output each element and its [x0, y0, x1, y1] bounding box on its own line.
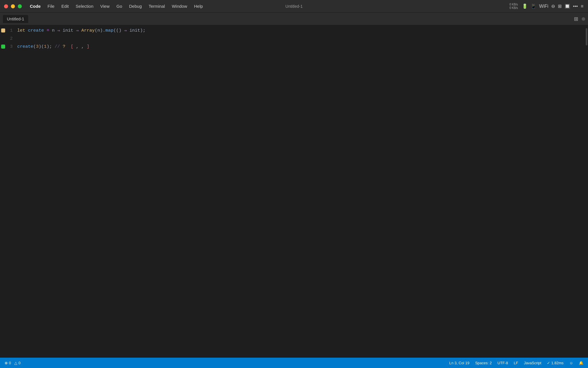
- wifi-icon: WiFi: [539, 4, 548, 9]
- statusbar-left: ⊗ 0 △ 0: [5, 361, 20, 365]
- paren-close5: ): [47, 44, 49, 49]
- tab-title: Untitled-1: [7, 17, 24, 21]
- line-number-2: 2: [0, 34, 17, 43]
- editor-container: Untitled-1 ⊞ 1 2 3: [0, 13, 588, 358]
- eol[interactable]: LF: [514, 361, 518, 365]
- indentation[interactable]: Spaces: 2: [475, 361, 492, 365]
- battery-icon: 🔋: [522, 3, 528, 9]
- num-3: 3: [36, 44, 38, 49]
- system-icons: 🔋 📱 WiFi ⊖ ⊞ 🔲 ••• ≡: [522, 3, 583, 9]
- finder-icon: 🔲: [564, 3, 570, 9]
- line-gutter: 1 2 3: [0, 25, 17, 358]
- menu-file[interactable]: File: [45, 3, 57, 10]
- paren-open1: (: [95, 28, 97, 33]
- comma2: ,: [81, 44, 87, 49]
- comment-question: ?: [63, 44, 65, 49]
- dot-icon: [582, 17, 585, 21]
- semi2: ;: [49, 44, 52, 49]
- paren-open4: (: [33, 44, 36, 49]
- op-eq: =: [44, 28, 52, 33]
- editor-tab[interactable]: Untitled-1: [3, 15, 28, 23]
- menu-terminal[interactable]: Terminal: [146, 3, 168, 10]
- encoding[interactable]: UTF-8: [498, 361, 508, 365]
- menu-code[interactable]: Code: [27, 3, 44, 10]
- method-map: map: [105, 28, 113, 33]
- code-line-1: let create = n ⇒ init ⇒ Array ( n ) . ma…: [17, 26, 584, 34]
- menu-items: Code File Edit Selection View Go Debug T…: [26, 3, 206, 10]
- maximize-button[interactable]: [18, 4, 22, 8]
- scrollbar-track[interactable]: [584, 25, 588, 358]
- op-arrow3: ⇒: [121, 28, 129, 33]
- airplay-icon: ⊖: [551, 3, 555, 9]
- tab-bar: Untitled-1 ⊞: [0, 13, 588, 25]
- traffic-lights: [0, 0, 26, 13]
- cast-icon: ⊞: [558, 3, 562, 9]
- feedback-icon[interactable]: ☺: [569, 361, 573, 365]
- code-editor[interactable]: let create = n ⇒ init ⇒ Array ( n ) . ma…: [17, 25, 584, 358]
- menu-view[interactable]: View: [97, 3, 112, 10]
- list-icon: ≡: [581, 4, 583, 9]
- window-title: Untitled-1: [285, 4, 303, 9]
- paren-open2: (: [113, 28, 116, 33]
- paren-open3: (): [116, 28, 121, 33]
- bracket-open: [: [71, 44, 73, 49]
- phone-icon: 📱: [531, 3, 536, 9]
- comment-space: [65, 44, 71, 49]
- menu-selection[interactable]: Selection: [73, 3, 96, 10]
- titlebar-right: 0 KB/s 0 KB/s 🔋 📱 WiFi ⊖ ⊞ 🔲 ••• ≡: [509, 3, 588, 10]
- menu-go[interactable]: Go: [114, 3, 125, 10]
- more-icon: •••: [573, 4, 578, 9]
- param-init1: init: [63, 28, 73, 33]
- return-init: init: [129, 28, 140, 33]
- minimize-button[interactable]: [11, 4, 15, 8]
- num-1: 1: [44, 44, 47, 49]
- cursor-position[interactable]: Ln 3, Col 19: [449, 361, 469, 365]
- var-create: create: [28, 28, 44, 33]
- semi1: ;: [143, 28, 145, 33]
- line-indicator-1: [1, 28, 5, 32]
- param-n: n: [52, 28, 55, 33]
- menu-help[interactable]: Help: [191, 3, 206, 10]
- arg-n: n: [97, 28, 100, 33]
- paren-close1: ): [100, 28, 102, 33]
- builtin-array: Array: [81, 28, 95, 33]
- editor-content[interactable]: 1 2 3 let create = n ⇒ init ⇒: [0, 25, 588, 358]
- line-number-3: 3: [0, 43, 17, 51]
- code-line-3: create ( 3 ) ( 1 ) ; // ? [ , , ]: [17, 43, 584, 51]
- keyword-let: let: [17, 28, 28, 33]
- paren-open5: (: [41, 44, 44, 49]
- comment-start: //: [52, 44, 63, 49]
- call-create: create: [17, 44, 33, 49]
- paren-close2: ): [140, 28, 143, 33]
- statusbar-right: Ln 3, Col 19 Spaces: 2 UTF-8 LF JavaScri…: [449, 361, 583, 365]
- dot1: .: [103, 28, 105, 33]
- comma1: ,: [73, 44, 81, 49]
- op-arrow1: ⇒: [55, 28, 63, 33]
- timing: ✓ 1.82ms: [547, 361, 563, 365]
- warning-number: 0: [18, 361, 20, 365]
- menu-bar: Code File Edit Selection View Go Debug T…: [0, 3, 509, 10]
- error-count[interactable]: ⊗ 0 △ 0: [5, 361, 20, 365]
- tab-bar-left: Untitled-1: [3, 15, 28, 23]
- close-button[interactable]: [4, 4, 8, 8]
- menu-edit[interactable]: Edit: [59, 3, 72, 10]
- titlebar: Code File Edit Selection View Go Debug T…: [0, 0, 588, 13]
- language-mode[interactable]: JavaScript: [524, 361, 541, 365]
- op-arrow2: ⇒: [73, 28, 81, 33]
- line-indicator-3: [1, 45, 5, 49]
- notification-icon[interactable]: 🔔: [579, 361, 583, 365]
- error-icon: ⊗: [5, 361, 8, 365]
- line-number-1: 1: [0, 26, 17, 34]
- menu-debug[interactable]: Debug: [126, 3, 145, 10]
- warning-icon: △: [14, 361, 17, 365]
- tab-bar-right: ⊞: [574, 16, 585, 22]
- error-number: 0: [9, 361, 11, 365]
- network-speed: 0 KB/s 0 KB/s: [509, 3, 518, 10]
- code-line-2: [17, 34, 584, 43]
- scrollbar-thumb[interactable]: [586, 28, 587, 45]
- paren-close4: ): [38, 44, 41, 49]
- statusbar: ⊗ 0 △ 0 Ln 3, Col 19 Spaces: 2 UTF-8 LF …: [0, 358, 588, 368]
- bracket-close: ]: [87, 44, 89, 49]
- split-editor-icon[interactable]: ⊞: [574, 16, 578, 22]
- menu-window[interactable]: Window: [169, 3, 190, 10]
